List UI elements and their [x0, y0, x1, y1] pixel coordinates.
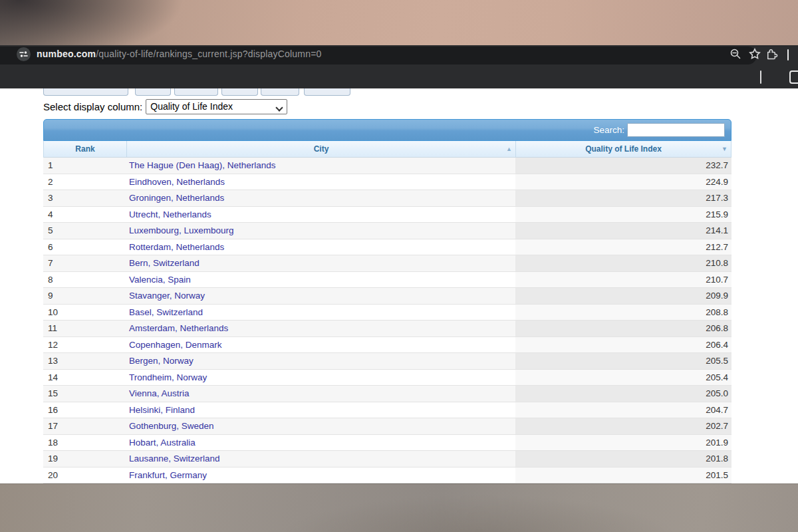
value-header-label: Quality of Life Index — [585, 144, 662, 154]
city-link[interactable]: Stavanger, Norway — [129, 291, 205, 301]
profile-box-icon[interactable] — [789, 70, 798, 84]
zoom-out-icon[interactable] — [730, 48, 741, 60]
table-row: 13Bergen, Norway205.5 — [43, 353, 732, 370]
city-link[interactable]: Hobart, Australia — [129, 438, 196, 448]
table-row: 18Hobart, Australia201.9 — [43, 435, 732, 452]
url-text[interactable]: numbeo.com/quality-of-life/rankings_curr… — [37, 45, 322, 63]
value-cell: 206.8 — [515, 321, 732, 336]
value-cell: 212.7 — [515, 239, 732, 255]
rank-cell: 15 — [43, 386, 126, 402]
url-host: numbeo.com — [37, 49, 96, 59]
city-link[interactable]: Bergen, Norway — [129, 356, 194, 366]
city-link[interactable]: Copenhagen, Denmark — [129, 340, 222, 350]
city-cell: Bergen, Norway — [126, 353, 515, 369]
table-row: 5Luxembourg, Luxembourg214.1 — [43, 223, 732, 239]
table-row: 19Lausanne, Switzerland201.8 — [43, 451, 732, 467]
table-row: 4Utrecht, Netherlands215.9 — [43, 207, 732, 223]
rank-cell: 5 — [43, 223, 126, 239]
city-link[interactable]: Utrecht, Netherlands — [129, 209, 211, 219]
nav-button-stub-2[interactable] — [135, 88, 171, 96]
column-header-city[interactable]: City ▲ — [127, 141, 516, 157]
value-cell: 201.9 — [515, 435, 732, 451]
table-row: 11Amsterdam, Netherlands206.8 — [43, 321, 732, 337]
city-link[interactable]: Gothenburg, Sweden — [129, 421, 214, 431]
city-link[interactable]: Valencia, Spain — [129, 275, 191, 285]
city-cell: Lausanne, Switzerland — [126, 451, 515, 467]
nav-button-stub-4[interactable] — [221, 88, 258, 96]
city-cell: Amsterdam, Netherlands — [126, 321, 515, 336]
city-link[interactable]: Basel, Switzerland — [129, 307, 203, 317]
city-link[interactable]: Bern, Switzerland — [129, 258, 200, 268]
value-cell: 209.9 — [515, 288, 732, 304]
value-cell: 206.4 — [515, 337, 732, 353]
search-input[interactable] — [627, 123, 725, 137]
city-link[interactable]: Frankfurt, Germany — [129, 470, 207, 480]
city-cell: Helsinki, Finland — [126, 402, 515, 418]
rank-cell: 8 — [43, 272, 126, 288]
city-cell: Gothenburg, Sweden — [126, 418, 515, 434]
city-cell: Utrecht, Netherlands — [126, 207, 515, 223]
bookmark-star-icon[interactable] — [749, 48, 761, 60]
nav-button-stub-1[interactable] — [43, 88, 128, 96]
city-link[interactable]: Eindhoven, Netherlands — [129, 177, 225, 187]
nav-button-stub-3[interactable] — [174, 88, 218, 96]
rankings-table-body: 1The Hague (Den Haag), Netherlands232.72… — [43, 158, 732, 483]
table-search-toolbar: Search: — [43, 119, 732, 141]
display-column-label: Select display column: — [43, 101, 142, 112]
city-link[interactable]: Groningen, Netherlands — [129, 193, 224, 203]
city-link[interactable]: Helsinki, Finland — [129, 405, 195, 415]
city-link[interactable]: Amsterdam, Netherlands — [129, 323, 228, 333]
city-cell: Vienna, Austria — [126, 386, 515, 402]
nav-button-stub-5[interactable] — [261, 88, 299, 96]
column-header-rank[interactable]: Rank — [44, 141, 127, 157]
value-cell: 210.7 — [515, 272, 732, 288]
table-row: 16Helsinki, Finland204.7 — [43, 402, 732, 419]
city-header-label: City — [314, 144, 329, 154]
rankings-table: Search: Rank City ▲ Quality of Life Inde… — [43, 119, 732, 483]
table-row: 3Groningen, Netherlands217.3 — [43, 190, 732, 207]
value-cell: 201.8 — [515, 451, 732, 467]
value-cell: 204.7 — [515, 402, 732, 418]
table-row: 17Gothenburg, Sweden202.7 — [43, 418, 732, 435]
city-link[interactable]: Lausanne, Switzerland — [129, 454, 220, 464]
table-row: 8Valencia, Spain210.7 — [43, 272, 732, 289]
city-cell: Trondheim, Norway — [126, 370, 515, 386]
display-column-select[interactable]: Quality of Life Index — [146, 99, 287, 114]
site-info-icon[interactable] — [17, 47, 31, 61]
table-header-row: Rank City ▲ Quality of Life Index ▼ — [43, 141, 732, 158]
city-link[interactable]: Vienna, Austria — [129, 388, 190, 398]
rank-cell: 13 — [43, 353, 126, 369]
rank-cell: 10 — [43, 305, 126, 321]
city-link[interactable]: Trondheim, Norway — [129, 372, 207, 382]
rank-cell: 9 — [43, 288, 126, 304]
page-content: Select display column: Quality of Life I… — [0, 88, 798, 483]
table-row: 2Eindhoven, Netherlands224.9 — [43, 174, 732, 191]
table-row: 15Vienna, Austria205.0 — [43, 386, 732, 402]
table-row: 20Frankfurt, Germany201.5 — [43, 467, 732, 484]
city-link[interactable]: Rotterdam, Netherlands — [129, 242, 224, 252]
table-row: 7Bern, Switzerland210.8 — [43, 255, 732, 272]
rank-cell: 3 — [43, 190, 126, 206]
nav-button-stub-6[interactable] — [304, 88, 350, 96]
rank-cell: 20 — [43, 467, 126, 483]
city-cell: Eindhoven, Netherlands — [126, 174, 515, 190]
city-cell: Rotterdam, Netherlands — [126, 239, 515, 255]
second-row-divider — [760, 70, 761, 84]
chevron-down-icon — [277, 105, 282, 110]
city-cell: Copenhagen, Denmark — [126, 337, 515, 353]
extensions-puzzle-icon[interactable] — [766, 49, 778, 61]
city-link[interactable]: Luxembourg, Luxembourg — [129, 225, 234, 235]
city-cell: Bern, Switzerland — [126, 255, 515, 271]
rank-cell: 6 — [43, 239, 126, 255]
browser-toolbar: numbeo.com/quality-of-life/rankings_curr… — [0, 45, 798, 88]
city-cell: The Hague (Den Haag), Netherlands — [126, 158, 515, 174]
city-cell: Valencia, Spain — [126, 272, 515, 288]
value-cell: 224.9 — [515, 174, 732, 190]
city-link[interactable]: The Hague (Den Haag), Netherlands — [129, 160, 276, 170]
value-cell: 232.7 — [515, 158, 732, 174]
value-cell: 215.9 — [515, 207, 732, 223]
value-cell: 217.3 — [515, 190, 732, 206]
rank-cell: 14 — [43, 370, 126, 386]
column-header-quality-of-life-index[interactable]: Quality of Life Index ▼ — [516, 141, 731, 157]
value-cell: 205.4 — [515, 370, 732, 386]
